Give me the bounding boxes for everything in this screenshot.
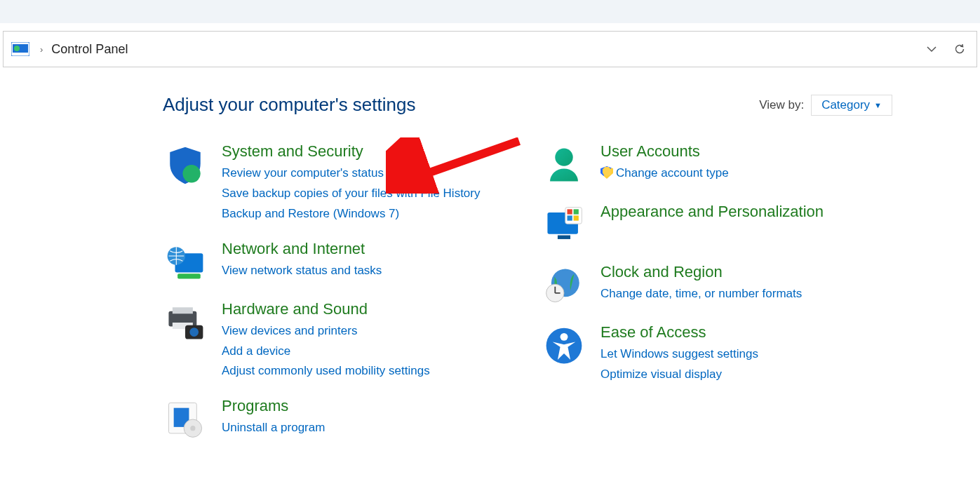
page-title: Adjust your computer's settings	[163, 94, 415, 116]
printer-camera-icon	[163, 300, 208, 345]
category-link[interactable]: Save backup copies of your files with Fi…	[222, 184, 481, 204]
control-panel-icon	[11, 41, 30, 57]
svg-point-17	[555, 148, 572, 166]
svg-point-2	[14, 46, 20, 51]
category-user-accounts: User Accounts Change account type	[542, 142, 892, 187]
monitor-palette-icon	[542, 203, 586, 248]
programs-disc-icon	[163, 397, 208, 442]
history-dropdown-button[interactable]	[922, 39, 941, 59]
user-icon	[542, 142, 586, 187]
category-link[interactable]: View network status and tasks	[222, 261, 382, 281]
category-title[interactable]: Programs	[222, 397, 325, 415]
category-link[interactable]: Backup and Restore (Windows 7)	[222, 204, 481, 224]
view-by-control: View by: Category ▼	[759, 95, 892, 116]
dropdown-caret-icon: ▼	[874, 101, 882, 109]
svg-point-28	[561, 333, 568, 341]
category-clock-region: Clock and Region Change date, time, or n…	[542, 263, 892, 308]
shield-icon	[163, 142, 208, 187]
category-link[interactable]: Adjust commonly used mobility settings	[222, 361, 430, 381]
category-title[interactable]: Clock and Region	[600, 263, 802, 281]
accessibility-icon	[542, 323, 586, 368]
svg-rect-22	[574, 209, 579, 214]
category-ease-of-access: Ease of Access Let Windows suggest setti…	[542, 323, 892, 385]
svg-rect-9	[173, 307, 193, 313]
category-link[interactable]: Uninstall a program	[222, 418, 325, 438]
view-by-value: Category	[821, 98, 870, 112]
breadcrumb-location[interactable]: Control Panel	[51, 42, 128, 57]
address-bar: › Control Panel	[3, 31, 977, 67]
category-link[interactable]: View devices and printers	[222, 321, 430, 342]
category-link[interactable]: Optimize visual display	[600, 365, 758, 385]
refresh-button[interactable]	[950, 39, 969, 59]
svg-rect-6	[177, 273, 201, 278]
category-title[interactable]: Network and Internet	[222, 240, 382, 258]
category-link[interactable]: Let Windows suggest settings	[600, 344, 758, 365]
category-appearance-personalization: Appearance and Personalization	[542, 203, 892, 248]
title-strip	[0, 0, 980, 23]
breadcrumb-separator-icon: ›	[40, 44, 43, 55]
svg-point-16	[190, 426, 195, 431]
category-hardware-sound: Hardware and Sound View devices and prin…	[163, 300, 514, 382]
svg-rect-24	[574, 215, 579, 220]
view-by-dropdown[interactable]: Category ▼	[811, 95, 892, 116]
left-column: System and Security Review your computer…	[163, 142, 514, 457]
category-network-internet: Network and Internet View network status…	[163, 240, 514, 285]
category-title[interactable]: Ease of Access	[600, 323, 758, 342]
heading-row: Adjust your computer's settings View by:…	[163, 94, 892, 116]
category-title[interactable]: Hardware and Sound	[222, 300, 430, 318]
globe-monitor-icon	[163, 240, 208, 285]
content-area: Adjust your computer's settings View by:…	[0, 67, 980, 457]
category-link[interactable]: Add a device	[222, 342, 430, 362]
svg-rect-19	[558, 236, 570, 239]
svg-point-4	[182, 165, 200, 182]
category-link[interactable]: Change date, time, or number formats	[600, 284, 802, 304]
category-title[interactable]: User Accounts	[600, 142, 729, 161]
svg-point-12	[189, 327, 199, 337]
category-link[interactable]: Change account type	[600, 163, 729, 184]
category-title[interactable]: System and Security	[222, 142, 481, 161]
globe-clock-icon	[542, 263, 586, 308]
category-system-security: System and Security Review your computer…	[163, 142, 514, 224]
svg-rect-21	[568, 209, 572, 214]
right-column: User Accounts Change account type	[542, 142, 892, 457]
category-programs: Programs Uninstall a program	[163, 397, 514, 442]
view-by-label: View by:	[759, 98, 804, 112]
category-title[interactable]: Appearance and Personalization	[600, 203, 824, 221]
svg-rect-23	[568, 215, 572, 220]
category-link[interactable]: Review your computer's status	[222, 163, 481, 184]
